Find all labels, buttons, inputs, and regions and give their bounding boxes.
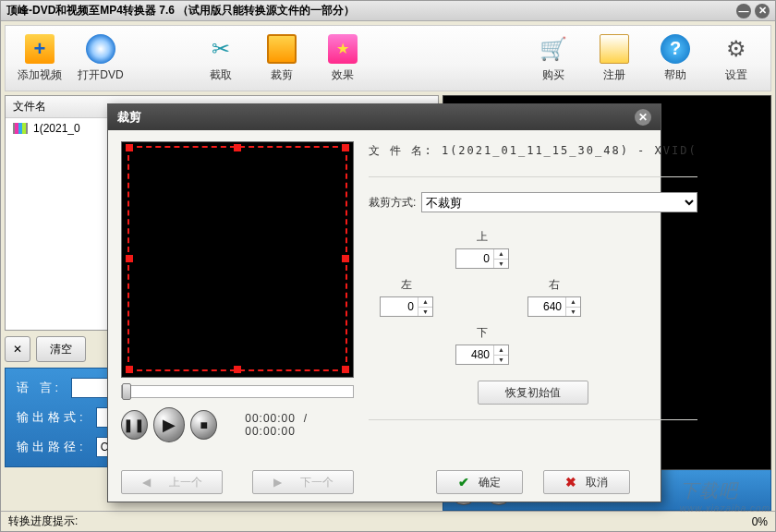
clear-label: 清空 — [50, 342, 72, 357]
crop-right-input[interactable] — [528, 297, 565, 316]
dialog-body: ❚❚ ▶ ■ 00:00:00 / 00:00:00 ◀上一个 ▶下一个 文 — [108, 130, 661, 502]
prev-button[interactable]: ◀上一个 — [121, 470, 223, 494]
crop-bottom-input[interactable] — [456, 345, 493, 364]
time-total: 00:00:00 — [245, 425, 296, 438]
help-icon — [661, 34, 690, 64]
crop-handle-tm[interactable] — [234, 144, 241, 151]
crop-right-spinner[interactable]: ▲▼ — [527, 296, 581, 317]
dialog-close-button[interactable]: ✕ — [635, 109, 651, 126]
register-button[interactable]: 注册 — [586, 29, 643, 88]
crop-rectangle[interactable] — [127, 146, 347, 371]
cancel-label: 取消 — [586, 475, 608, 490]
divider — [369, 419, 697, 420]
effect-icon — [328, 34, 358, 64]
crop-handle-bm[interactable] — [234, 366, 241, 373]
help-button[interactable]: 帮助 — [647, 29, 704, 88]
crop-bottom-spinner[interactable]: ▲▼ — [455, 345, 509, 365]
crop-bottom-label: 下 — [452, 325, 513, 341]
dialog-left: ❚❚ ▶ ■ 00:00:00 / 00:00:00 ◀上一个 ▶下一个 — [108, 130, 363, 502]
crop-top-cell: 上 ▲▼ — [452, 229, 513, 269]
crop-icon — [267, 34, 297, 64]
prev-label: 上一个 — [169, 475, 202, 490]
crop-handle-tl[interactable] — [126, 144, 133, 151]
down-icon[interactable]: ▼ — [566, 308, 580, 317]
effect-label: 效果 — [332, 67, 354, 83]
restore-defaults-button[interactable]: 恢复初始值 — [478, 381, 588, 405]
format-label: 输出格式: — [17, 409, 87, 426]
dialog-nav: ◀上一个 ▶下一个 — [121, 470, 354, 494]
gear-icon: ⚙ — [721, 34, 751, 64]
up-icon[interactable]: ▲ — [494, 249, 508, 260]
timeline-slider[interactable] — [121, 385, 354, 398]
status-bar: 转换进度提示: 0% — [1, 511, 775, 531]
crop-right-label: 右 — [524, 277, 585, 293]
clear-button[interactable]: 清空 — [36, 336, 86, 362]
dvd-icon — [86, 34, 115, 64]
chevron-left-icon: ◀ — [142, 476, 151, 489]
path-label: 输出路径: — [17, 439, 87, 455]
ok-button[interactable]: ✔确定 — [436, 470, 523, 494]
minimize-button[interactable]: — — [736, 4, 751, 18]
down-icon[interactable]: ▼ — [494, 260, 508, 269]
add-video-icon — [25, 34, 55, 64]
status-percent: 0% — [752, 515, 768, 528]
buy-button[interactable]: 🛒购买 — [525, 29, 582, 88]
remove-button[interactable]: ✕ — [5, 336, 30, 362]
add-video-button[interactable]: 添加视频 — [11, 29, 68, 88]
slider-thumb[interactable] — [122, 383, 131, 400]
time-current: 00:00:00 — [245, 412, 296, 425]
cancel-button[interactable]: ✖取消 — [543, 470, 630, 494]
toolbar: 添加视频 打开DVD ✂截取 裁剪 效果 🛒购买 注册 帮助 ⚙设置 — [5, 25, 771, 91]
buy-label: 购买 — [542, 67, 564, 83]
chevron-right-icon: ▶ — [273, 476, 282, 489]
up-icon[interactable]: ▲ — [494, 345, 508, 356]
crop-handle-ml[interactable] — [126, 255, 133, 262]
restore-label: 恢复初始值 — [505, 385, 561, 401]
crop-top-spinner[interactable]: ▲▼ — [455, 248, 509, 269]
crop-right-cell: 右 ▲▼ — [524, 277, 585, 317]
crop-mode-select[interactable]: 不裁剪 — [421, 192, 697, 212]
open-dvd-label: 打开DVD — [78, 67, 123, 83]
close-button[interactable]: ✕ — [755, 4, 770, 18]
up-icon[interactable]: ▲ — [566, 297, 580, 308]
settings-button[interactable]: ⚙设置 — [708, 29, 765, 88]
down-icon[interactable]: ▼ — [418, 308, 432, 317]
help-label: 帮助 — [664, 67, 686, 83]
add-video-label: 添加视频 — [18, 67, 62, 83]
language-label: 语 言: — [17, 380, 62, 396]
crop-preview[interactable] — [121, 141, 354, 378]
down-icon[interactable]: ▼ — [494, 356, 508, 365]
crop-handle-tr[interactable] — [342, 144, 349, 151]
crop-bottom-cell: 下 ▲▼ — [452, 325, 513, 365]
crop-handle-mr[interactable] — [342, 255, 349, 262]
open-dvd-button[interactable]: 打开DVD — [72, 29, 129, 88]
play-button[interactable]: ▶ — [153, 407, 185, 442]
filename-label: 文 件 名: — [369, 144, 433, 157]
crop-handle-br[interactable] — [342, 366, 349, 373]
file-name: 1(2021_0 — [33, 122, 80, 135]
crop-handle-bl[interactable] — [126, 366, 133, 373]
crop-mode-label: 裁剪方式: — [369, 195, 416, 211]
cart-icon: 🛒 — [539, 34, 568, 64]
crop-dialog: 裁剪 ✕ — [107, 103, 661, 502]
crop-values: 上 ▲▼ 左 ▲▼ 右 ▲▼ 下 ▲▼ — [369, 229, 697, 368]
capture-label: 截取 — [210, 67, 232, 83]
register-label: 注册 — [603, 67, 625, 83]
up-icon[interactable]: ▲ — [418, 297, 432, 308]
status-label: 转换进度提示: — [8, 514, 78, 529]
crop-left-label: 左 — [376, 277, 437, 293]
capture-button[interactable]: ✂截取 — [192, 29, 249, 88]
dialog-actions: ✔确定 ✖取消 — [369, 470, 697, 494]
ok-label: 确定 — [479, 475, 501, 490]
stop-button[interactable]: ■ — [190, 410, 217, 440]
crop-left-input[interactable] — [381, 297, 418, 316]
dialog-filename: 文 件 名: 1(2021_01_11_15_30_48) - XVID( — [369, 143, 697, 162]
crop-top-input[interactable] — [456, 249, 493, 268]
next-button[interactable]: ▶下一个 — [252, 470, 354, 494]
crop-left-cell: 左 ▲▼ — [376, 277, 437, 317]
effect-button[interactable]: 效果 — [314, 29, 371, 88]
pause-button[interactable]: ❚❚ — [121, 410, 148, 440]
dialog-title: 裁剪 — [117, 109, 141, 126]
crop-button[interactable]: 裁剪 — [253, 29, 310, 88]
crop-left-spinner[interactable]: ▲▼ — [380, 296, 433, 317]
